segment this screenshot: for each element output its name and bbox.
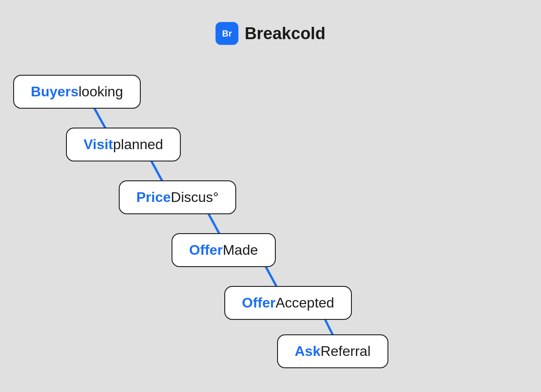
stage-6-regular: Referral xyxy=(321,343,371,359)
stage-1-bold: Buyers xyxy=(31,84,79,100)
stage-visit-planned: Visit planned xyxy=(66,128,181,161)
logo-initials: Br xyxy=(222,29,232,39)
stage-buyers-looking: Buyers looking xyxy=(13,75,141,109)
stage-1-regular: looking xyxy=(79,84,123,100)
connector-lines xyxy=(0,62,541,392)
logo-name: Breakcold xyxy=(245,24,325,43)
stage-ask-referral: Ask Referral xyxy=(277,334,388,368)
stage-4-regular: Made xyxy=(223,242,258,258)
stage-offer-made: Offer Made xyxy=(172,233,276,267)
stage-6-bold: Ask xyxy=(295,343,321,359)
stage-3-regular: Discus° xyxy=(171,189,219,205)
logo-icon: Br xyxy=(216,22,238,45)
stage-4-bold: Offer xyxy=(189,242,223,258)
header: Br Breakcold xyxy=(0,0,541,45)
diagram-container: Buyers looking Visit planned Price Discu… xyxy=(0,62,541,392)
stage-2-regular: planned xyxy=(113,136,163,153)
stage-5-bold: Offer xyxy=(242,295,275,311)
stage-price-discussion: Price Discus° xyxy=(119,180,236,214)
stage-3-bold: Price xyxy=(136,189,171,205)
stage-offer-accepted: Offer Accepted xyxy=(224,286,352,320)
stage-2-bold: Visit xyxy=(84,136,113,153)
stage-5-regular: Accepted xyxy=(275,295,334,311)
